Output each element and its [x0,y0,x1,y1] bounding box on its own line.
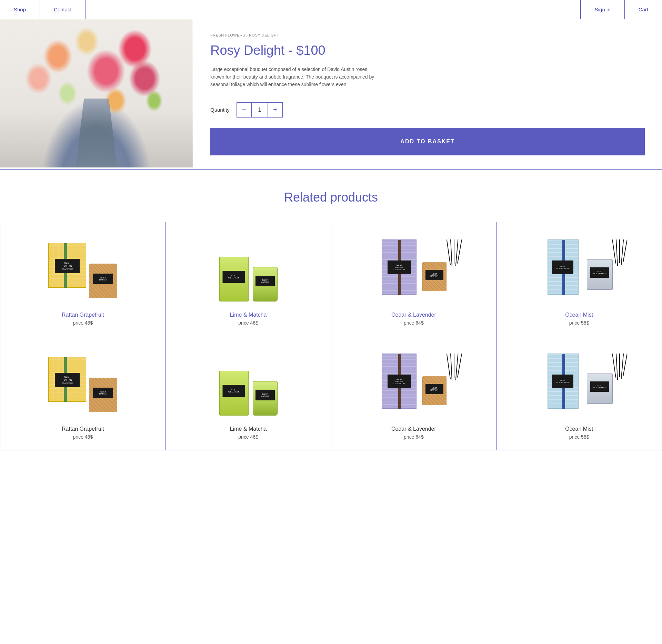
product-card[interactable]: NESTRATTANCEDAR & LAV NESTRATTAN [331,222,497,336]
product-card[interactable]: NESTOCEAN MIST NESTOCEAN MIST O [496,222,662,336]
breadcrumb: FRESH FLOWERS / ROSY DELIGHT [210,33,645,37]
product-card-image: NESTRATTANGRAPEFRUIT NESTRATTAN [45,350,121,419]
product-card-price: price 58$ [569,320,589,326]
product-card-price: price 48$ [73,434,93,440]
nav-cart[interactable]: Cart [624,0,662,19]
product-card[interactable]: NESTWELLNESS NESTMATCHA Lime & Matchapri… [166,336,331,450]
product-card-name: Rattan Grapefruit [62,426,104,432]
breadcrumb-separator: / [245,33,249,37]
product-card[interactable]: NESTRATTANCEDAR & LAV NESTRATTAN [331,336,497,450]
product-card[interactable]: NESTWELLNESS NESTMATCHA Lime & Matchapri… [166,222,331,336]
nav-contact[interactable]: Contact [40,0,86,19]
product-card-name: Lime & Matcha [230,312,267,318]
nav-shop[interactable]: Shop [0,0,40,19]
product-title: Rosy Delight - $100 [210,43,645,59]
product-card-image: NESTOCEAN MIST NESTOCEAN MIST [541,350,617,419]
product-card-price: price 48$ [73,320,93,326]
product-details: FRESH FLOWERS / ROSY DELIGHT Rosy Deligh… [193,19,662,169]
product-card-name: Ocean Mist [565,312,593,318]
quantity-controls: − 1 + [237,102,283,117]
product-card-name: Cedar & Lavender [391,312,436,318]
product-card-image: NESTRATTANCEDAR & LAV NESTRATTAN [376,350,452,419]
product-card[interactable]: NESTRATTANGRAPEFRUIT NESTRATTAN Rattan G… [0,336,166,450]
nav-left: Shop Contact [0,0,581,19]
product-card-name: Cedar & Lavender [391,426,436,432]
product-section: FRESH FLOWERS / ROSY DELIGHT Rosy Deligh… [0,19,662,170]
product-card-image: NESTRATTANCEDAR & LAV NESTRATTAN [376,236,452,305]
product-card-name: Lime & Matcha [230,426,267,432]
product-card-price: price 46$ [238,320,258,326]
related-products-title: Related products [0,190,662,205]
product-card-name: Rattan Grapefruit [62,312,104,318]
products-grid: NESTRATTANGRAPEFRUIT NESTRATTAN Rattan G… [0,222,662,450]
product-card-price: price 64$ [404,320,424,326]
product-card-price: price 46$ [238,434,258,440]
product-card-image: NESTRATTANGRAPEFRUIT NESTRATTAN [45,236,121,305]
nav-spacer [86,0,581,19]
product-card-name: Ocean Mist [565,426,593,432]
nav-signin[interactable]: Sign in [581,0,624,19]
quantity-row: Quantity − 1 + [210,102,645,117]
product-card-price: price 58$ [569,434,589,440]
navigation: Shop Contact Sign in Cart [0,0,662,19]
breadcrumb-category: FRESH FLOWERS [210,33,245,37]
quantity-label: Quantity [210,107,230,113]
product-photo [0,19,193,167]
product-image [0,19,193,167]
quantity-value: 1 [251,103,268,117]
related-products-section: Related products NESTRATTANGRAPEFRUIT NE… [0,170,662,464]
product-card[interactable]: NESTOCEAN MIST NESTOCEAN MIST O [496,336,662,450]
nav-right: Sign in Cart [581,0,662,19]
product-description: Large exceptional bouquet composed of a … [210,65,376,89]
product-card-image: NESTWELLNESS NESTMATCHA [210,350,286,419]
product-card-image: NESTWELLNESS NESTMATCHA [210,236,286,305]
quantity-decrease-button[interactable]: − [237,103,251,117]
add-to-basket-button[interactable]: ADD TO BASKET [210,128,645,155]
product-card[interactable]: NESTRATTANGRAPEFRUIT NESTRATTAN Rattan G… [0,222,166,336]
quantity-increase-button[interactable]: + [268,103,282,117]
product-card-price: price 64$ [404,434,424,440]
breadcrumb-name: ROSY DELIGHT [249,33,279,37]
vase-decoration [76,99,117,167]
product-card-image: NESTOCEAN MIST NESTOCEAN MIST [541,236,617,305]
